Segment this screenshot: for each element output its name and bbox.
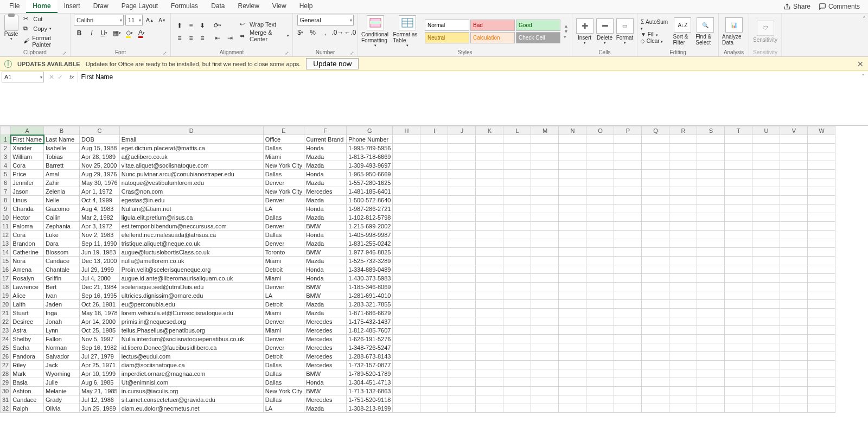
cell[interactable] — [642, 257, 669, 265]
decrease-font-icon[interactable]: A▼ — [157, 15, 168, 25]
cell[interactable]: May 18, 1978 — [80, 309, 120, 317]
cell[interactable] — [780, 248, 808, 257]
cell[interactable]: Candace — [11, 395, 44, 404]
cell[interactable] — [725, 187, 752, 196]
cell[interactable] — [393, 231, 420, 239]
italic-button[interactable]: I — [86, 28, 97, 39]
cell[interactable] — [642, 343, 669, 352]
cell[interactable] — [476, 135, 503, 144]
cell[interactable] — [448, 352, 476, 361]
share-button[interactable]: Share — [783, 3, 810, 10]
cell[interactable]: Current Brand — [304, 135, 347, 144]
alignment-launcher[interactable]: ⤢ — [285, 50, 289, 56]
cell[interactable] — [531, 170, 559, 178]
row-header[interactable]: 22 — [1, 317, 11, 326]
cell[interactable] — [614, 196, 642, 204]
cell[interactable]: Basia — [11, 378, 44, 387]
cell[interactable] — [752, 144, 780, 152]
cell[interactable] — [808, 317, 835, 326]
conditional-formatting-button[interactable]: Conditional Formatting▾ — [361, 15, 390, 48]
cell[interactable]: Laith — [11, 300, 44, 309]
cell[interactable]: eu@perconubia.edu — [119, 300, 263, 309]
cell[interactable] — [586, 291, 614, 300]
cell[interactable] — [752, 265, 780, 274]
cell[interactable]: William — [11, 152, 44, 161]
cell[interactable]: Linus — [11, 196, 44, 204]
cell[interactable] — [559, 231, 586, 239]
align-middle-icon[interactable]: ≡ — [186, 20, 196, 31]
cell[interactable] — [503, 395, 531, 404]
cell[interactable] — [725, 283, 752, 291]
cell[interactable]: Honda — [304, 144, 347, 152]
cell[interactable] — [780, 222, 808, 231]
cell[interactable] — [531, 404, 559, 413]
cell[interactable]: Mazda — [304, 152, 347, 161]
cell[interactable] — [559, 196, 586, 204]
cell[interactable] — [586, 239, 614, 248]
cell[interactable] — [448, 239, 476, 248]
cell[interactable] — [669, 387, 697, 395]
cell[interactable] — [531, 291, 559, 300]
cell[interactable] — [697, 178, 725, 187]
cell[interactable]: Denver — [263, 343, 304, 352]
cell[interactable] — [614, 300, 642, 309]
col-header-D[interactable]: D — [119, 126, 263, 135]
col-header-C[interactable]: C — [80, 126, 120, 135]
cell[interactable] — [697, 395, 725, 404]
cell[interactable]: DOB — [80, 135, 120, 144]
cell[interactable] — [586, 404, 614, 413]
col-header-P[interactable]: P — [614, 126, 642, 135]
row-header[interactable]: 12 — [1, 231, 11, 239]
row-header[interactable]: 5 — [1, 170, 11, 178]
cell[interactable] — [420, 161, 448, 170]
row-header[interactable]: 10 — [1, 213, 11, 222]
cell[interactable]: Dallas — [263, 395, 304, 404]
cell[interactable]: Norman — [44, 343, 80, 352]
col-header-G[interactable]: G — [347, 126, 393, 135]
cell[interactable]: Dallas — [263, 361, 304, 369]
cell[interactable] — [614, 404, 642, 413]
row-header[interactable]: 21 — [1, 309, 11, 317]
cell[interactable] — [503, 231, 531, 239]
tab-view[interactable]: View — [266, 0, 293, 13]
cell[interactable] — [642, 152, 669, 161]
row-header[interactable]: 25 — [1, 343, 11, 352]
decrease-indent-icon[interactable]: ⇤ — [212, 33, 223, 43]
cell[interactable]: Dec 21, 1984 — [80, 283, 120, 291]
percent-icon[interactable]: % — [308, 27, 318, 38]
cell[interactable] — [669, 204, 697, 213]
cell[interactable]: Lawrence — [11, 283, 44, 291]
cell[interactable] — [420, 170, 448, 178]
cell[interactable]: Honda — [304, 265, 347, 274]
autosum-button[interactable]: Σ AutoSum ▾ — [641, 19, 670, 31]
cell[interactable] — [780, 178, 808, 187]
cell[interactable]: tristique.aliquet@neque.co.uk — [119, 239, 263, 248]
gallery-up-icon[interactable]: ▲ — [564, 23, 569, 29]
cell[interactable] — [503, 291, 531, 300]
cell[interactable] — [420, 248, 448, 257]
cell[interactable] — [559, 161, 586, 170]
cell[interactable] — [642, 135, 669, 144]
cell[interactable] — [503, 378, 531, 387]
cell[interactable] — [697, 257, 725, 265]
cell[interactable] — [697, 335, 725, 343]
cell[interactable] — [752, 326, 780, 335]
cell[interactable] — [808, 309, 835, 317]
cell[interactable]: Honda — [304, 274, 347, 283]
increase-indent-icon[interactable]: ⇥ — [225, 33, 235, 43]
cell[interactable] — [752, 361, 780, 369]
cell[interactable] — [725, 161, 752, 170]
cell[interactable] — [503, 265, 531, 274]
row-header[interactable]: 1 — [1, 135, 11, 144]
cell[interactable] — [642, 204, 669, 213]
cell[interactable]: Denver — [263, 222, 304, 231]
cell[interactable] — [642, 291, 669, 300]
cell[interactable] — [808, 222, 835, 231]
cell[interactable] — [559, 222, 586, 231]
col-header-Q[interactable]: Q — [642, 126, 669, 135]
cell[interactable] — [476, 231, 503, 239]
cell[interactable] — [586, 309, 614, 317]
cell[interactable]: diam.eu.dolor@necmetus.net — [119, 404, 263, 413]
cell[interactable] — [531, 239, 559, 248]
cell[interactable] — [780, 326, 808, 335]
